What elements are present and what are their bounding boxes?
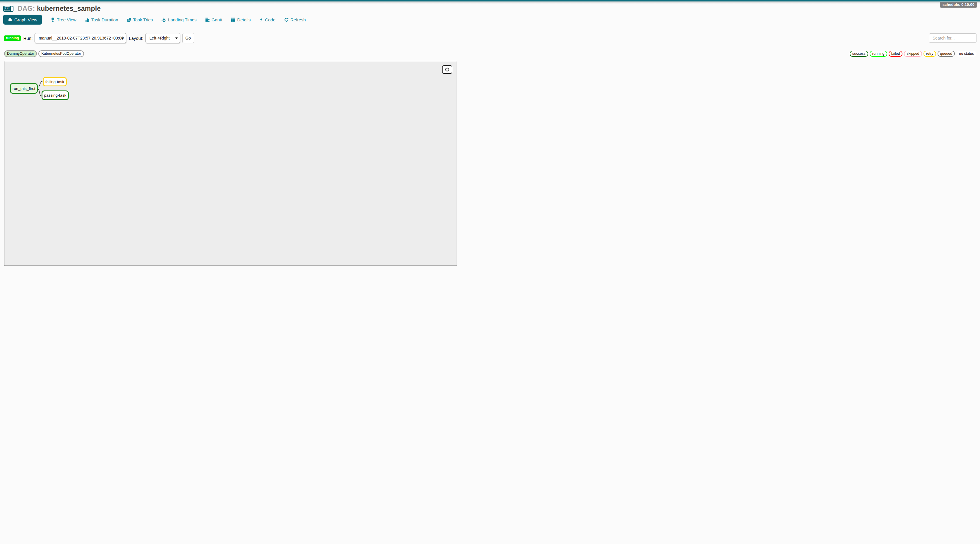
tab-label: Landing Times <box>168 17 197 22</box>
dag-edges <box>5 61 457 255</box>
operator-badge: KubernetesPodOperator <box>38 50 84 57</box>
task-node-passing-task[interactable]: passing-task <box>41 91 69 100</box>
tab-landing-times[interactable]: Landing Times <box>162 17 197 22</box>
tab-label: Gantt <box>212 17 223 22</box>
run-select[interactable]: manual__2018-02-07T23:57:20.913672+00:00 <box>35 33 126 43</box>
dag-state-badge: running <box>4 35 21 41</box>
run-label: Run: <box>24 36 33 41</box>
tab-code[interactable]: Code <box>259 17 275 22</box>
bolt-icon <box>259 17 263 22</box>
dag-graph-canvas[interactable]: run_this_first failing-task passing-task <box>4 61 457 255</box>
edge-run-this-first-to-failing-task <box>38 82 41 87</box>
task-node-run-this-first[interactable]: run_this_first <box>10 83 38 94</box>
graph-refresh-button[interactable] <box>442 65 452 74</box>
task-node-failing-task[interactable]: failing-task <box>43 77 67 86</box>
tab-task-tries[interactable]: Task Tries <box>127 17 153 22</box>
top-bar-shadow <box>0 2 459 4</box>
tab-details[interactable]: Details <box>231 17 251 22</box>
view-nav: Graph View Tree View Task Duration Task … <box>3 14 306 25</box>
tab-task-duration[interactable]: Task Duration <box>85 17 118 22</box>
tab-refresh[interactable]: Refresh <box>284 17 306 22</box>
run-select-value: manual__2018-02-07T23:57:20.913672+00:00 <box>39 36 124 40</box>
tab-label: Details <box>237 17 251 22</box>
toggle-on-label: On <box>4 6 10 11</box>
bar-chart-icon <box>85 17 89 22</box>
tab-gantt[interactable]: Gantt <box>205 17 223 22</box>
operator-legend: DummyOperator KubernetesPodOperator <box>4 50 84 57</box>
documents-icon <box>127 17 131 22</box>
tab-label: Code <box>265 17 275 22</box>
tab-label: Task Duration <box>91 17 118 22</box>
page-title: DAG: kubernetes_sample <box>18 5 101 13</box>
layout-select[interactable]: Left->Right <box>145 33 180 43</box>
tab-label: Graph View <box>14 17 37 22</box>
dag-on-off-toggle[interactable]: On <box>3 6 13 12</box>
tab-label: Tree View <box>57 17 76 22</box>
caret-down-icon <box>121 38 124 39</box>
align-left-icon <box>205 17 210 22</box>
operator-badge: DummyOperator <box>4 50 37 57</box>
layout-select-value: Left->Right <box>150 36 170 40</box>
layout-label: Layout: <box>129 36 143 41</box>
run-controls: running Run: manual__2018-02-07T23:57:20… <box>4 33 459 43</box>
tab-label: Task Tries <box>133 17 153 22</box>
edge-arrowhead <box>41 81 43 82</box>
dag-title-name: kubernetes_sample <box>37 5 101 12</box>
refresh-icon <box>445 67 449 72</box>
toggle-knob[interactable] <box>11 6 13 11</box>
tab-tree-view[interactable]: Tree View <box>51 17 76 22</box>
edge-run-this-first-to-passing-task <box>38 89 41 95</box>
refresh-icon <box>284 17 289 22</box>
legend: DummyOperator KubernetesPodOperator succ… <box>4 50 459 57</box>
list-icon <box>231 17 235 22</box>
go-button[interactable]: Go <box>182 33 194 43</box>
dag-title-prefix: DAG: <box>18 5 35 12</box>
dag-header: On DAG: kubernetes_sample <box>3 5 101 13</box>
sunburst-icon <box>8 17 12 22</box>
plane-icon <box>162 17 166 22</box>
tab-graph-view[interactable]: Graph View <box>3 14 42 25</box>
tab-label: Refresh <box>290 17 306 22</box>
caret-down-icon <box>175 38 178 39</box>
tree-icon <box>51 17 55 22</box>
